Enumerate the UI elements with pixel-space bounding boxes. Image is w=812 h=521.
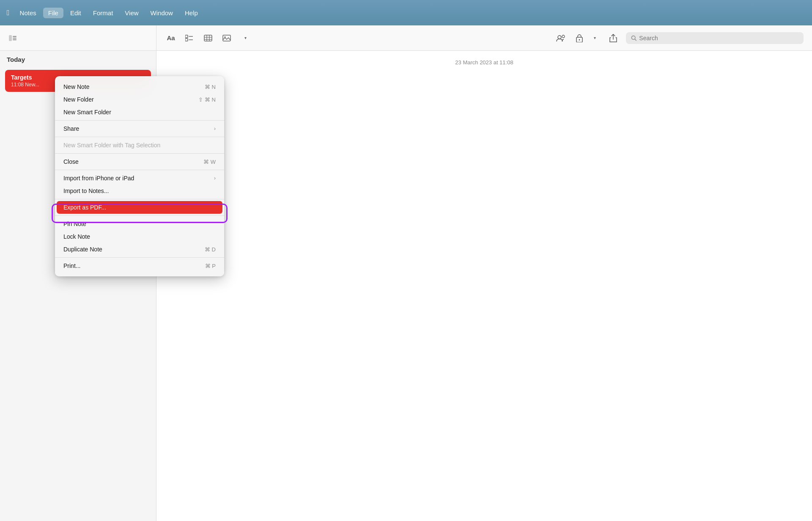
note-body: Days New - 4 Updates - 3 Remaining - 7: [156, 74, 812, 135]
menu-section-share: Share ›: [55, 121, 224, 137]
font-size-icon[interactable]: Aa: [165, 32, 177, 44]
collaborate-icon[interactable]: [555, 32, 567, 44]
menu-format[interactable]: Format: [88, 8, 118, 18]
svg-line-20: [635, 39, 636, 40]
menu-duplicate-note-shortcut: ⌘ D: [205, 246, 216, 253]
menu-edit[interactable]: Edit: [65, 8, 86, 18]
content-toolbar: Aa: [156, 25, 812, 50]
menu-new-folder-shortcut: ⇧ ⌘ N: [198, 96, 216, 103]
menu-new-smart-folder[interactable]: New Smart Folder: [57, 106, 222, 119]
content-area: 23 March 2023 at 11:08 Days New - 4 Upda…: [156, 51, 812, 521]
svg-point-15: [558, 36, 561, 39]
menu-pin-note-label: Pin Note: [63, 221, 86, 227]
svg-point-18: [579, 39, 580, 40]
search-icon: [631, 35, 636, 41]
note-line-3: Remaining - 7: [182, 116, 787, 127]
apple-logo-icon[interactable]: : [7, 8, 10, 17]
menu-duplicate-note-label: Duplicate Note: [63, 246, 102, 253]
svg-rect-4: [185, 35, 188, 38]
menu-file[interactable]: File: [43, 8, 63, 18]
note-line-2: Updates - 3: [182, 106, 787, 116]
menu-close[interactable]: Close ⌘ W: [57, 155, 222, 168]
menubar:  Notes File Edit Format View Window Hel…: [0, 0, 812, 25]
menu-close-label: Close: [63, 158, 79, 165]
menu-section-print: Print... ⌘ P: [55, 258, 224, 274]
menu-import-iphone[interactable]: Import from iPhone or iPad ›: [57, 172, 222, 185]
menu-lock-note-label: Lock Note: [63, 233, 90, 240]
menu-duplicate-note[interactable]: Duplicate Note ⌘ D: [57, 243, 222, 256]
menu-print-label: Print...: [63, 262, 80, 269]
top-toolbar: Aa: [0, 25, 812, 51]
menu-notes[interactable]: Notes: [15, 8, 41, 18]
menu-lock-note[interactable]: Lock Note: [57, 230, 222, 243]
menu-section-export: Export as PDF...: [55, 199, 224, 216]
menu-pin-note[interactable]: Pin Note: [57, 218, 222, 230]
sidebar-toggle-icon[interactable]: [7, 32, 19, 44]
menu-import-iphone-arrow: ›: [214, 175, 216, 181]
image-dropdown-icon[interactable]: ▾: [239, 32, 251, 44]
menu-new-smart-folder-label: New Smart Folder: [63, 109, 111, 116]
sidebar-today-header: Today: [0, 51, 156, 66]
menu-export-pdf[interactable]: Export as PDF...: [57, 201, 222, 214]
sidebar-toolbar: [0, 25, 156, 50]
table-icon[interactable]: [202, 32, 214, 44]
svg-rect-2: [13, 38, 16, 39]
menu-new-note[interactable]: New Note ⌘ N: [57, 80, 222, 93]
menu-print[interactable]: Print... ⌘ P: [57, 259, 222, 272]
menu-share-arrow: ›: [214, 126, 216, 132]
menu-section-new: New Note ⌘ N New Folder ⇧ ⌘ N New Smart …: [55, 79, 224, 121]
note-date: 23 March 2023 at 11:08: [156, 51, 812, 74]
menu-import-notes[interactable]: Import to Notes...: [57, 185, 222, 197]
file-menu-dropdown: New Note ⌘ N New Folder ⇧ ⌘ N New Smart …: [55, 76, 224, 276]
svg-rect-0: [9, 35, 12, 41]
svg-rect-6: [185, 39, 188, 41]
share-icon[interactable]: [607, 32, 619, 44]
svg-rect-8: [204, 35, 212, 41]
checklist-icon[interactable]: [184, 32, 195, 44]
menu-new-folder[interactable]: New Folder ⇧ ⌘ N: [57, 93, 222, 106]
menu-section-close: Close ⌘ W: [55, 154, 224, 170]
menu-share-label: Share: [63, 125, 79, 132]
menu-export-pdf-label: Export as PDF...: [63, 204, 106, 211]
menu-new-folder-label: New Folder: [63, 96, 94, 103]
svg-rect-13: [223, 35, 230, 41]
menu-new-note-shortcut: ⌘ N: [205, 84, 216, 90]
main-area: Today Targets 11:08 New... 23 March 2023…: [0, 51, 812, 521]
menu-window[interactable]: Window: [145, 8, 178, 18]
note-line-days: Days: [182, 83, 787, 93]
search-input[interactable]: [639, 35, 798, 41]
menu-section-note-actions: Pin Note Lock Note Duplicate Note ⌘ D: [55, 216, 224, 258]
menu-share[interactable]: Share ›: [57, 122, 222, 135]
menu-view[interactable]: View: [120, 8, 143, 18]
note-line-1: New - 4: [182, 96, 787, 106]
menu-new-note-label: New Note: [63, 83, 89, 90]
svg-rect-3: [13, 39, 16, 40]
svg-point-16: [562, 35, 565, 38]
lock-icon[interactable]: [573, 32, 585, 44]
menu-help[interactable]: Help: [180, 8, 203, 18]
menu-close-shortcut: ⌘ W: [203, 159, 216, 165]
menu-print-shortcut: ⌘ P: [205, 263, 216, 269]
dropdown-menu-container: New Note ⌘ N New Folder ⇧ ⌘ N New Smart …: [55, 76, 224, 276]
menu-new-smart-folder-tag-label: New Smart Folder with Tag Selection: [63, 142, 160, 149]
menu-import-notes-label: Import to Notes...: [63, 187, 109, 194]
menu-section-tag: New Smart Folder with Tag Selection: [55, 137, 224, 154]
svg-rect-1: [13, 36, 16, 37]
menu-section-import: Import from iPhone or iPad › Import to N…: [55, 170, 224, 199]
menu-import-iphone-label: Import from iPhone or iPad: [63, 175, 134, 182]
lock-dropdown-icon[interactable]: ▾: [589, 32, 601, 44]
search-bar[interactable]: [626, 32, 804, 44]
menu-new-smart-folder-tag: New Smart Folder with Tag Selection: [57, 139, 222, 152]
image-icon[interactable]: [221, 32, 233, 44]
